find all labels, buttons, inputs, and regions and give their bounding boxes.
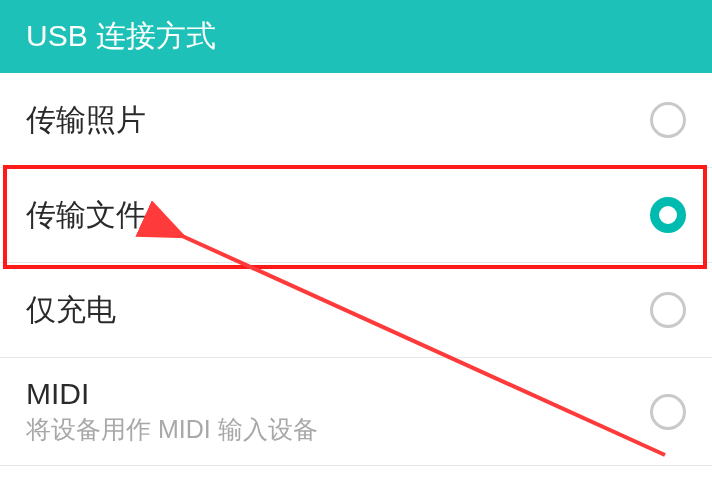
option-text: 传输照片 (26, 100, 146, 141)
option-midi[interactable]: MIDI 将设备用作 MIDI 输入设备 (0, 358, 712, 466)
radio-icon (650, 394, 686, 430)
option-label: 传输照片 (26, 100, 146, 141)
radio-icon (650, 197, 686, 233)
option-transfer-files[interactable]: 传输文件 (0, 168, 712, 263)
option-transfer-photos[interactable]: 传输照片 (0, 73, 712, 168)
header: USB 连接方式 (0, 0, 712, 73)
radio-icon (650, 292, 686, 328)
option-charge-only[interactable]: 仅充电 (0, 263, 712, 358)
option-text: MIDI 将设备用作 MIDI 输入设备 (26, 377, 318, 446)
usb-options-list: 传输照片 传输文件 仅充电 MIDI 将设备用作 MIDI 输入设备 (0, 73, 712, 466)
option-label: 传输文件 (26, 195, 146, 236)
radio-icon (650, 102, 686, 138)
option-text: 仅充电 (26, 290, 116, 331)
option-label: 仅充电 (26, 290, 116, 331)
page-title: USB 连接方式 (26, 16, 216, 57)
option-text: 传输文件 (26, 195, 146, 236)
option-label: MIDI (26, 377, 318, 411)
option-sublabel: 将设备用作 MIDI 输入设备 (26, 413, 318, 446)
